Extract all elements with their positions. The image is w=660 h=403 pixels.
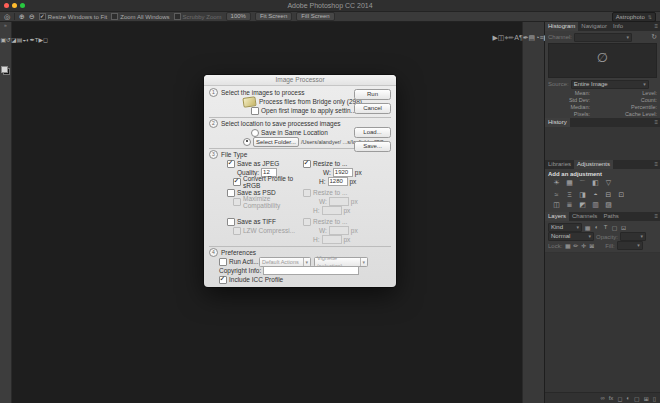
posterize-adjustment-icon[interactable]: ≣ xyxy=(565,201,574,209)
threshold-adjustment-icon[interactable]: ◩ xyxy=(578,201,587,209)
new-layer-icon[interactable]: ⊞ xyxy=(644,395,649,402)
select-folder-radio-icon[interactable] xyxy=(243,138,251,146)
jpeg-resize-checkbox[interactable]: Resize to ... xyxy=(303,160,347,168)
save-button[interactable]: Save... xyxy=(354,141,391,152)
brightness-contrast-adjustment-icon[interactable]: ☀ xyxy=(552,179,561,189)
resize-windows-checkbox[interactable]: Resize Windows to Fit xyxy=(39,13,107,20)
tab-navigator[interactable]: Navigator xyxy=(578,22,610,31)
zoom-out-mode-icon[interactable]: ⊖ xyxy=(29,12,35,21)
action-set-dropdown[interactable]: Default Actions ▾ xyxy=(259,257,311,267)
save-as-jpeg-checkbox[interactable]: Save as JPEG xyxy=(209,160,303,168)
radio-icon[interactable] xyxy=(251,129,259,137)
action-name-dropdown[interactable]: Vignette (selection) ▾ xyxy=(314,257,368,267)
hue-saturation-adjustment-icon[interactable]: ≈ xyxy=(552,191,561,199)
options-bar: ◎ ⊕ ⊖ Resize Windows to Fit Zoom All Win… xyxy=(0,12,660,22)
run-button[interactable]: Run xyxy=(354,89,391,100)
tab-layers[interactable]: Layers xyxy=(545,212,569,221)
tab-adjustments[interactable]: Adjustments xyxy=(574,160,613,169)
checkbox-icon[interactable] xyxy=(219,276,227,284)
fill-dropdown[interactable]: ▾ xyxy=(617,241,643,250)
save-as-tiff-checkbox[interactable]: Save as TIFF xyxy=(209,218,303,226)
panel-menu-icon[interactable]: ≡ xyxy=(654,118,658,127)
layer-mask-icon[interactable]: ◻ xyxy=(617,395,622,402)
tab-histogram[interactable]: Histogram xyxy=(545,22,578,31)
gradient-map-adjustment-icon[interactable]: ▥ xyxy=(591,201,600,209)
lock-position-icon[interactable]: ✛ xyxy=(580,242,587,249)
refresh-histogram-icon[interactable]: ↻ xyxy=(651,33,657,41)
load-button[interactable]: Load... xyxy=(354,127,391,138)
checkbox-icon[interactable] xyxy=(303,160,311,168)
channel-mixer-adjustment-icon[interactable]: ⊟ xyxy=(604,191,613,199)
new-adjustment-layer-icon[interactable]: ◐ xyxy=(626,395,630,402)
checkbox-icon[interactable] xyxy=(227,218,235,226)
workspace-switcher[interactable]: Astrophoto ⇅ xyxy=(612,12,656,22)
tab-info[interactable]: Info xyxy=(610,22,626,31)
jpeg-height-field[interactable]: 1280 xyxy=(328,177,348,186)
color-swatches[interactable] xyxy=(1,66,10,75)
height-label: H: xyxy=(319,178,326,185)
zoom-in-mode-icon[interactable]: ⊕ xyxy=(19,12,25,21)
checkbox-icon[interactable] xyxy=(219,258,227,266)
levels-adjustment-icon[interactable]: ▦ xyxy=(565,179,574,189)
width-label: W: xyxy=(319,227,327,234)
panel-menu-icon[interactable]: ≡ xyxy=(654,160,658,169)
blend-mode-dropdown[interactable]: Normal ▾ xyxy=(548,232,594,241)
tab-paths[interactable]: Paths xyxy=(600,212,621,221)
black-white-adjustment-icon[interactable]: ◨ xyxy=(578,191,587,199)
delete-layer-icon[interactable]: ▯ xyxy=(653,395,656,402)
checkbox-icon[interactable] xyxy=(251,107,259,115)
checkbox-icon[interactable] xyxy=(227,189,235,197)
jpeg-width-field[interactable]: 1920 xyxy=(333,168,353,177)
lock-pixels-icon[interactable]: ✏ xyxy=(572,242,579,249)
selective-color-adjustment-icon[interactable]: ▨ xyxy=(604,201,613,209)
layer-effects-icon[interactable]: fx xyxy=(609,395,614,402)
tab-history[interactable]: History xyxy=(545,118,570,127)
layer-filter-dropdown[interactable]: Kind ▾ xyxy=(548,223,582,232)
cancel-button[interactable]: Cancel xyxy=(354,103,391,114)
convert-srgb-checkbox[interactable]: Convert Profile to sRGB xyxy=(209,175,309,189)
include-icc-checkbox[interactable]: Include ICC Profile xyxy=(209,275,391,284)
lock-transparency-icon[interactable]: ▦ xyxy=(564,242,571,249)
checkbox-icon[interactable] xyxy=(233,178,241,186)
photo-filter-adjustment-icon[interactable]: ◓ xyxy=(591,191,600,199)
checkbox-icon[interactable] xyxy=(227,160,235,168)
checkbox-icon[interactable] xyxy=(111,13,118,20)
shape-tool-icon[interactable]: ◻ xyxy=(43,37,48,43)
tab-libraries[interactable]: Libraries xyxy=(545,160,574,169)
color-balance-adjustment-icon[interactable]: Ξ xyxy=(565,191,574,199)
panel-menu-icon[interactable]: ≡ xyxy=(654,212,658,221)
tab-channels[interactable]: Channels xyxy=(569,212,600,221)
source-dropdown[interactable]: Entire Image ▾ xyxy=(571,80,649,89)
fill-screen-button[interactable]: Fill Screen xyxy=(296,12,334,21)
filter-smart-objects-icon[interactable]: ⊡ xyxy=(620,224,627,231)
lock-all-icon[interactable]: ⊠ xyxy=(588,242,595,249)
zoom-all-windows-checkbox[interactable]: Zoom All Windows xyxy=(111,13,169,20)
curves-adjustment-icon[interactable]: ⌒ xyxy=(578,179,587,189)
fit-screen-button[interactable]: Fit Screen xyxy=(255,12,292,21)
zoom-100-button[interactable]: 100% xyxy=(226,12,251,21)
checkbox-icon[interactable] xyxy=(39,13,46,20)
exposure-adjustment-icon[interactable]: ◧ xyxy=(591,179,600,189)
opacity-dropdown[interactable]: ▾ xyxy=(620,232,646,241)
foreground-color-swatch[interactable] xyxy=(1,66,8,73)
chevron-updown-icon: ⇅ xyxy=(648,13,652,21)
section-number-badge: 2 xyxy=(209,119,218,128)
px-unit-label: px xyxy=(350,178,357,185)
history-tabbar: History ≡ xyxy=(545,118,660,127)
invert-adjustment-icon[interactable]: ◫ xyxy=(552,201,561,209)
filter-adjustment-layers-icon[interactable]: ◐ xyxy=(593,224,600,231)
filter-pixel-layers-icon[interactable]: ▦ xyxy=(584,224,591,231)
psd-height-field xyxy=(322,206,342,215)
run-action-checkbox[interactable]: Run Acti... xyxy=(219,258,259,266)
histogram-tabbar: Histogram Navigator Info ≡ xyxy=(545,22,660,31)
vibrance-adjustment-icon[interactable]: ▽ xyxy=(604,179,613,189)
panel-menu-icon[interactable]: ≡ xyxy=(654,22,658,31)
link-layers-icon[interactable]: ∞ xyxy=(600,395,604,402)
select-folder-button[interactable]: Select Folder... xyxy=(253,137,299,147)
color-lookup-adjustment-icon[interactable]: ⊡ xyxy=(617,191,626,199)
panel-column: Histogram Navigator Info ≡ Channel: ▾ ↻ … xyxy=(545,22,660,403)
new-group-icon[interactable]: ▢ xyxy=(634,395,640,402)
filter-shape-layers-icon[interactable]: ▢ xyxy=(611,224,618,231)
copyright-field[interactable] xyxy=(263,266,359,275)
filter-type-layers-icon[interactable]: T xyxy=(602,224,609,231)
